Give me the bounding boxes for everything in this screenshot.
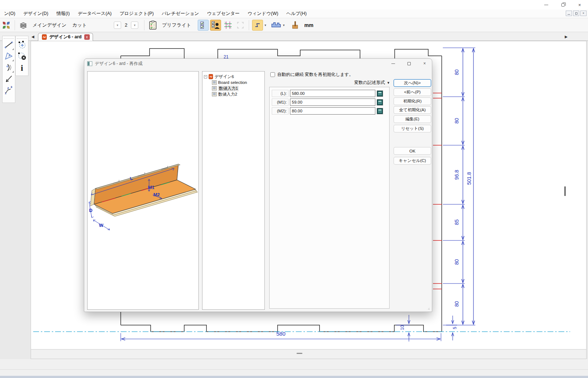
- sequence-tool-button[interactable]: 1 2 3: [3, 85, 14, 96]
- scrollbar-thumb[interactable]: [564, 186, 566, 196]
- checklist-button[interactable]: [198, 20, 209, 31]
- window-minimize-button[interactable]: [538, 0, 554, 9]
- tree-item-numeric-input-2[interactable]: 数値入力2: [212, 91, 263, 97]
- document-tabbar: ◀ デザイン6 - ard x ▶: [0, 32, 588, 41]
- auto-reinit-checkbox[interactable]: [270, 72, 275, 77]
- ok-button[interactable]: OK: [394, 147, 431, 155]
- profile-tool-button[interactable]: [271, 20, 282, 31]
- dialog-minimize-button[interactable]: [386, 59, 401, 68]
- dim-extension-lines: [443, 48, 475, 325]
- field-input-M1[interactable]: [290, 99, 375, 106]
- angle-tool-button[interactable]: [3, 51, 14, 62]
- dialog-resize-grip[interactable]: [426, 306, 430, 310]
- tree-collapse-icon[interactable]: −: [204, 75, 207, 78]
- svg-text:1: 1: [5, 92, 7, 95]
- dim-five-label: 5: [452, 327, 457, 329]
- variables-panel: (L): (M1): (M2):: [269, 87, 390, 309]
- tab-scroll-right-button[interactable]: ▶: [563, 32, 569, 40]
- dim-label: 80: [454, 301, 460, 307]
- checklist-person-button[interactable]: [210, 20, 221, 31]
- previous-button[interactable]: <前へ(P): [394, 88, 431, 96]
- preview-3d-model: L M1 M2 D W: [88, 155, 198, 242]
- preflight-button[interactable]: [147, 20, 158, 31]
- layers-button[interactable]: [18, 20, 29, 31]
- line-tool-button[interactable]: [3, 39, 14, 50]
- dim-label: 80: [454, 259, 460, 265]
- window-titlebar: ×: [0, 0, 588, 9]
- arc-tool-button[interactable]: [3, 62, 14, 73]
- tree-root-item[interactable]: − デザイン6: [204, 74, 263, 80]
- calculator-icon: [378, 91, 382, 96]
- navigate-arrows-button[interactable]: [1, 20, 12, 31]
- variable-format-control[interactable]: 変数の記述形式 ▼: [354, 80, 390, 86]
- close-icon: ×: [578, 2, 581, 8]
- grid-button[interactable]: [223, 20, 233, 31]
- field-input-L[interactable]: [290, 90, 375, 97]
- gauge-tool-button[interactable]: [290, 20, 301, 31]
- active-layer-label[interactable]: メインデザイン: [32, 22, 66, 28]
- menu-item-help[interactable]: ヘルプ(H): [282, 9, 311, 18]
- mdi-restore-button[interactable]: [573, 11, 579, 16]
- cancel-button[interactable]: キャンセル(C): [394, 157, 431, 165]
- profile-dropdown[interactable]: ▾: [283, 23, 285, 27]
- zigzag-dropdown[interactable]: ▾: [264, 23, 266, 27]
- units-label: mm: [304, 22, 313, 28]
- tree-root-label: デザイン6: [214, 74, 234, 80]
- menu-item-database[interactable]: データベース(A): [74, 9, 116, 18]
- dialog-close-button[interactable]: ×: [417, 59, 432, 68]
- window-restore-button[interactable]: [554, 0, 571, 9]
- checklist-icon: [200, 21, 207, 29]
- close-icon: ×: [423, 61, 426, 66]
- checklist-person-icon: [211, 21, 220, 29]
- preflight-label[interactable]: プリフライト: [162, 22, 191, 28]
- menu-item-palletization[interactable]: パレチゼーション: [158, 9, 203, 18]
- menu-item-info[interactable]: 情報(I): [52, 9, 74, 18]
- mdi-minimize-button[interactable]: [566, 11, 572, 16]
- zigzag-tool-button[interactable]: [252, 20, 263, 31]
- layer-dropdown[interactable]: ▾: [114, 22, 121, 29]
- tree-item-board-selection[interactable]: Board selection: [212, 80, 263, 85]
- dim-bottom: 580: [121, 331, 441, 341]
- tree-item-numeric-input-1[interactable]: 数値入力1: [212, 85, 263, 91]
- menu-item-project[interactable]: プロジェクト(P): [116, 9, 158, 18]
- view-dropdown[interactable]: ▾: [131, 22, 138, 29]
- node-add-tool-button[interactable]: [16, 39, 27, 50]
- horizontal-scroll-grip[interactable]: [297, 353, 302, 354]
- dim-label: 80: [454, 69, 460, 75]
- window-close-button[interactable]: ×: [571, 0, 588, 9]
- fit-view-button[interactable]: [235, 20, 246, 31]
- field-input-M2[interactable]: [290, 107, 375, 115]
- tab-scroll-left-button[interactable]: ◀: [30, 32, 36, 40]
- dim-lines-right: [463, 49, 473, 324]
- info-tool-button[interactable]: i: [16, 62, 27, 73]
- form-icon: [212, 86, 217, 90]
- node-add-icon: [17, 40, 27, 50]
- initialize-button[interactable]: 初期化(R): [394, 97, 431, 105]
- calculator-button-L[interactable]: [377, 90, 383, 97]
- dim-ten: 10: [396, 315, 410, 342]
- tab-close-button[interactable]: x: [84, 34, 90, 40]
- palette-drag-handle[interactable]: [4, 36, 14, 39]
- initialize-all-button[interactable]: 全て初期化(A): [394, 106, 431, 114]
- menu-item-webcenter[interactable]: ウェブセンター: [203, 9, 244, 18]
- tree-item-label: Board selection: [218, 80, 247, 85]
- menu-item-window[interactable]: ウィンドウ(W): [244, 9, 282, 18]
- mdi-close-button[interactable]: ×: [580, 11, 587, 16]
- next-button[interactable]: 次へ(N)>: [394, 79, 431, 87]
- menu-item-0[interactable]: ン(O): [0, 9, 19, 18]
- reset-button[interactable]: リセット(S): [394, 125, 431, 132]
- edit-button[interactable]: 編集(E): [394, 115, 431, 123]
- crease-lines: [433, 93, 442, 289]
- calculator-button-M2[interactable]: [377, 108, 383, 114]
- dim-bottom-label: 580: [276, 331, 285, 337]
- node-delete-tool-button[interactable]: [16, 51, 27, 62]
- document-tab[interactable]: デザイン6 - ard x: [38, 33, 93, 41]
- dialog-titlebar[interactable]: デザイン6 - ard - 再作成: [84, 59, 432, 68]
- palette-drag-handle[interactable]: [17, 36, 27, 39]
- menu-item-design[interactable]: デザイン(D): [19, 9, 53, 18]
- dialog-maximize-button[interactable]: [402, 59, 416, 68]
- dim-five: 5: [446, 316, 457, 340]
- calculator-button-M1[interactable]: [377, 99, 383, 105]
- cut-layer-label[interactable]: カット: [72, 22, 87, 28]
- measure-tool-button[interactable]: [3, 73, 14, 84]
